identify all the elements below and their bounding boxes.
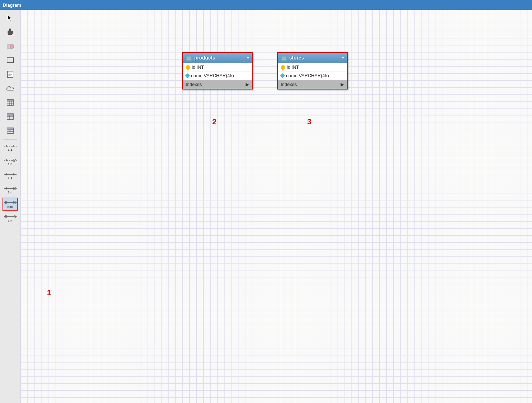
canvas[interactable]: products ▾ id INT name VARCHAR(45) Index… xyxy=(20,10,532,403)
note-tool[interactable] xyxy=(2,68,18,81)
svg-rect-21 xyxy=(11,130,13,131)
products-indexes-label: Indexes xyxy=(186,82,202,87)
stores-indexes-section[interactable]: Indexes ▶ xyxy=(278,80,347,89)
rel-solid-1n-tool[interactable]: 1:n xyxy=(2,184,18,197)
title-bar: Diagram xyxy=(0,0,532,10)
rel-solid-1n-label: 1:n xyxy=(8,191,12,194)
diamond-icon xyxy=(185,73,190,78)
svg-rect-19 xyxy=(7,128,13,130)
products-table-title: products xyxy=(194,55,245,61)
svg-rect-2 xyxy=(10,45,13,48)
stores-key-icon xyxy=(281,65,285,69)
note-icon xyxy=(7,71,13,78)
table-icon xyxy=(7,99,14,106)
svg-rect-20 xyxy=(9,130,11,131)
rel-dashed-1n-label: 1:n xyxy=(8,163,12,166)
eraser-tool[interactable] xyxy=(2,39,18,53)
annotation-3: 3 xyxy=(307,117,311,126)
rel-arrow-1n-label: 1:n xyxy=(8,219,12,223)
products-table-header: products ▾ xyxy=(183,53,252,63)
app-title: Diagram xyxy=(3,2,21,8)
products-indexes-arrow: ▶ xyxy=(246,82,249,87)
cloud-tool[interactable] xyxy=(2,82,18,95)
products-indexes-section[interactable]: Indexes ▶ xyxy=(183,80,252,89)
cursor-icon xyxy=(7,14,13,21)
rel-dashed-1n-tool[interactable]: 1:n xyxy=(2,155,18,169)
table-tool[interactable] xyxy=(2,96,18,109)
stores-table-header: stores ▾ xyxy=(278,53,347,63)
stores-table[interactable]: stores ▾ id INT name VARCHAR(45) Indexes… xyxy=(277,52,348,89)
rel-solid-11-icon xyxy=(4,173,17,176)
products-field-id: id INT xyxy=(183,63,252,72)
rectangle-icon xyxy=(7,57,14,63)
rel-dashed-11-icon xyxy=(4,144,17,148)
stores-table-body: id INT name VARCHAR(45) xyxy=(278,63,347,80)
stores-indexes-label: Indexes xyxy=(281,82,297,87)
products-field-id-text: id INT xyxy=(192,64,204,70)
svg-rect-3 xyxy=(7,58,13,63)
svg-marker-0 xyxy=(8,15,12,21)
products-table-body: id INT name VARCHAR(45) xyxy=(183,63,252,80)
stores-dropdown-icon[interactable]: ▾ xyxy=(342,56,344,60)
products-field-name-text: name VARCHAR(45) xyxy=(191,73,234,78)
table-alt-tool[interactable] xyxy=(2,110,18,123)
stores-table-header-icon xyxy=(281,55,287,61)
annotation-1: 1 xyxy=(47,288,51,297)
svg-rect-9 xyxy=(7,100,13,101)
hand-tool[interactable] xyxy=(2,25,18,39)
table-grid-icon xyxy=(186,55,191,60)
rel-dashed-1n-icon xyxy=(4,158,17,162)
cloud-icon xyxy=(6,86,14,91)
table-header-icon xyxy=(186,55,192,61)
stores-field-name: name VARCHAR(45) xyxy=(278,72,347,80)
stores-indexes-arrow: ▶ xyxy=(341,82,344,87)
rel-dashed-11-tool[interactable]: 1:1 xyxy=(2,141,18,155)
rel-arrow-1n-tool[interactable]: 1:n xyxy=(2,212,18,225)
toolbar-divider-1 xyxy=(4,139,17,140)
stores-field-id: id INT xyxy=(278,63,347,72)
rel-solid-1n-icon xyxy=(4,186,17,191)
rel-solid-11-tool[interactable]: 1:1 xyxy=(2,169,18,183)
table-alt-icon xyxy=(7,113,14,120)
rel-dashed-11-label: 1:1 xyxy=(8,148,12,152)
products-table[interactable]: products ▾ id INT name VARCHAR(45) Index… xyxy=(182,52,253,89)
main-layout: 1:1 1:n xyxy=(0,10,532,403)
stores-field-id-text: id INT xyxy=(287,64,299,70)
toolbar: 1:1 1:n xyxy=(0,10,20,403)
table-alt2-icon xyxy=(7,128,14,134)
rel-nm-label: n:m xyxy=(7,205,13,209)
rel-solid-11-label: 1:1 xyxy=(8,176,12,180)
annotation-2: 2 xyxy=(212,117,216,126)
products-field-name: name VARCHAR(45) xyxy=(183,72,252,80)
eraser-icon xyxy=(7,43,14,49)
stores-field-name-text: name VARCHAR(45) xyxy=(286,73,329,78)
table-alt2-tool[interactable] xyxy=(2,124,18,137)
hand-icon xyxy=(7,29,14,36)
svg-rect-14 xyxy=(7,114,13,116)
key-icon xyxy=(186,65,190,69)
rectangle-tool[interactable] xyxy=(2,54,18,67)
products-dropdown-icon[interactable]: ▾ xyxy=(247,56,249,60)
rel-nm-icon xyxy=(4,200,17,205)
stores-table-title: stores xyxy=(289,55,340,61)
stores-diamond-icon xyxy=(280,73,285,78)
stores-table-grid-icon xyxy=(281,55,286,60)
rel-nm-tool[interactable]: n:m xyxy=(2,198,18,211)
cursor-tool[interactable] xyxy=(2,11,18,25)
rel-arrow-1n-icon xyxy=(4,214,17,219)
